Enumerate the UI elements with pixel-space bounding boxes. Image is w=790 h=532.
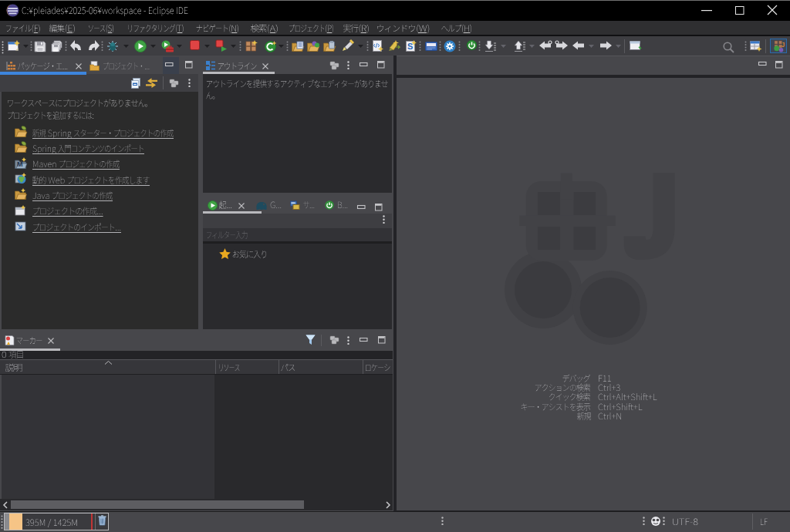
svg-text:M: M	[17, 160, 23, 168]
svg-text:J: J	[782, 41, 785, 49]
